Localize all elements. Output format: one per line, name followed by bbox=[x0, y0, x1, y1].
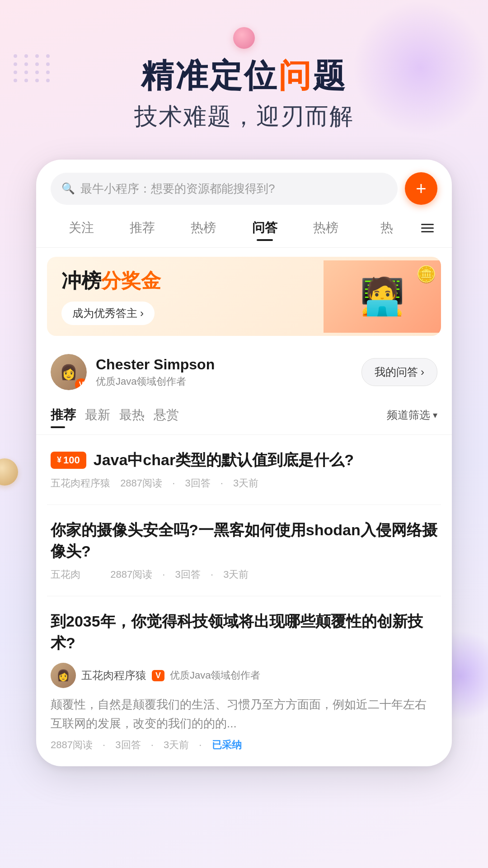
question-time: 3天前 bbox=[164, 739, 189, 750]
filter-tab-recommend[interactable]: 推荐 bbox=[51, 403, 85, 427]
author-avatar-small: 👩 bbox=[51, 663, 76, 688]
author-verified-badge: V bbox=[152, 670, 164, 681]
question-answers: 3回答 bbox=[115, 739, 141, 750]
question-title: 到2035年，你觉得科技领域将出现哪些颠覆性的创新技术? bbox=[51, 611, 437, 654]
hero-section: 精准定位问题 技术难题，迎刃而解 bbox=[0, 0, 488, 151]
add-button[interactable]: + bbox=[405, 172, 437, 205]
hero-ball bbox=[233, 27, 255, 49]
question-preview: 颠覆性，自然是颠覆我们的生活、习惯乃至方方面面，例如近二十年左右互联网的发展，改… bbox=[51, 695, 437, 733]
filter-tab-latest[interactable]: 最新 bbox=[85, 403, 119, 427]
tab-recommend[interactable]: 推荐 bbox=[112, 216, 173, 240]
question-time: 3天前 bbox=[233, 477, 258, 489]
question-meta: 2887阅读 · 3回答 · 3天前 · 已采纳 bbox=[51, 738, 437, 752]
tab-qa[interactable]: 问答 bbox=[234, 216, 295, 240]
banner: 冲榜分奖金 成为优秀答主 › 🧑‍💻 🪙 bbox=[47, 257, 441, 336]
search-icon: 🔍 bbox=[61, 182, 75, 195]
cartoon-character: 🧑‍💻 bbox=[360, 275, 405, 318]
hero-title-part1: 精准定位 bbox=[141, 57, 278, 94]
banner-button-label: 成为优秀答主 bbox=[72, 306, 137, 321]
question-item[interactable]: 到2035年，你觉得科技领域将出现哪些颠覆性的创新技术? 👩 五花肉程序猿 V … bbox=[47, 596, 441, 766]
banner-arrow-icon: › bbox=[140, 307, 144, 320]
search-placeholder: 最牛小程序：想要的资源都能搜得到? bbox=[80, 181, 275, 197]
question-reads: 2887阅读 bbox=[51, 739, 93, 750]
phone-content: 🔍 最牛小程序：想要的资源都能搜得到? + 关注 推荐 热榜 问答 热榜 热 bbox=[36, 160, 452, 766]
question-answers: 3回答 bbox=[185, 477, 210, 489]
question-title: Java中char类型的默认值到底是什么? bbox=[94, 449, 354, 471]
v-icon: V bbox=[79, 381, 84, 389]
question-time: 3天前 bbox=[223, 569, 249, 580]
question-header: ¥ 100 Java中char类型的默认值到底是什么? bbox=[51, 449, 437, 471]
question-meta: 五花肉程序猿 2887阅读 · 3回答 · 3天前 bbox=[51, 476, 437, 490]
search-bar-row: 🔍 最牛小程序：想要的资源都能搜得到? + bbox=[36, 160, 452, 212]
dot-decoration bbox=[14, 54, 52, 82]
tab-follow[interactable]: 关注 bbox=[51, 216, 112, 240]
phone-frame: 🔍 最牛小程序：想要的资源都能搜得到? + 关注 推荐 热榜 问答 热榜 热 bbox=[36, 160, 452, 766]
hero-title: 精准定位问题 bbox=[18, 58, 470, 94]
filter-tab-hottest[interactable]: 最热 bbox=[119, 403, 154, 427]
avatar-verified-badge: V bbox=[75, 378, 87, 390]
plus-icon: + bbox=[416, 179, 426, 198]
author-tag: 优质Java领域创作者 bbox=[170, 669, 260, 682]
banner-title-accent: 分奖金 bbox=[101, 269, 161, 292]
phone-wrapper: 🔍 最牛小程序：想要的资源都能搜得到? + 关注 推荐 热榜 问答 热榜 热 bbox=[0, 151, 488, 766]
question-list: ¥ 100 Java中char类型的默认值到底是什么? 五花肉程序猿 2887阅… bbox=[36, 435, 452, 766]
question-reads: 2887阅读 bbox=[120, 477, 162, 489]
reward-amount: 100 bbox=[63, 454, 80, 466]
my-answers-button[interactable]: 我的问答 › bbox=[361, 358, 437, 386]
question-meta: 五花肉 2887阅读 · 3回答 · 3天前 bbox=[51, 568, 437, 581]
banner-left: 冲榜分奖金 成为优秀答主 › bbox=[47, 257, 324, 336]
banner-title: 冲榜分奖金 bbox=[61, 268, 314, 294]
question-author: 五花肉 bbox=[51, 569, 80, 580]
hero-subtitle: 技术难题，迎刃而解 bbox=[18, 101, 470, 132]
nav-menu-icon[interactable] bbox=[418, 220, 437, 236]
search-input-wrap[interactable]: 🔍 最牛小程序：想要的资源都能搜得到? bbox=[51, 173, 398, 205]
user-info: Chester Simpson 优质Java领域创作者 bbox=[96, 356, 352, 388]
question-reads: 2887阅读 bbox=[110, 569, 152, 580]
user-name: Chester Simpson bbox=[96, 356, 352, 373]
my-answers-arrow-icon: › bbox=[421, 366, 424, 378]
filter-dropdown-icon: ▾ bbox=[433, 410, 437, 420]
reward-badge: ¥ 100 bbox=[51, 452, 86, 469]
author-row: 👩 五花肉程序猿 V 优质Java领域创作者 bbox=[51, 663, 437, 688]
question-title: 你家的摄像头安全吗?一黑客如何使用shodan入侵网络摄像头? bbox=[51, 519, 437, 562]
question-answers: 3回答 bbox=[175, 569, 201, 580]
tab-hot1[interactable]: 热榜 bbox=[173, 216, 234, 240]
banner-coins: 🪙 bbox=[416, 265, 436, 284]
yuan-icon: ¥ bbox=[57, 455, 61, 465]
tab-more[interactable]: 热 bbox=[357, 216, 418, 240]
tab-hot2[interactable]: 热榜 bbox=[295, 216, 356, 240]
filter-tabs: 推荐 最新 最热 悬赏 频道筛选 ▾ bbox=[36, 399, 452, 435]
hero-title-accent: 问 bbox=[278, 57, 313, 94]
user-avatar: 👩 V bbox=[51, 354, 87, 390]
question-item[interactable]: 你家的摄像头安全吗?一黑客如何使用shodan入侵网络摄像头? 五花肉 2887… bbox=[47, 505, 441, 596]
banner-title-part1: 冲榜 bbox=[61, 269, 101, 292]
channel-filter-label: 频道筛选 bbox=[387, 408, 430, 422]
channel-filter-button[interactable]: 频道筛选 ▾ bbox=[387, 408, 437, 422]
become-answerer-button[interactable]: 成为优秀答主 › bbox=[61, 302, 155, 325]
user-title-badge: 优质Java领域创作者 bbox=[96, 375, 352, 388]
my-answers-label: 我的问答 bbox=[375, 365, 418, 379]
filter-tab-reward[interactable]: 悬赏 bbox=[154, 403, 188, 427]
question-author: 五花肉程序猿 bbox=[51, 477, 110, 489]
user-row: 👩 V Chester Simpson 优质Java领域创作者 我的问答 › bbox=[36, 345, 452, 399]
adopted-tag: 已采纳 bbox=[212, 739, 242, 750]
banner-illustration: 🧑‍💻 🪙 bbox=[324, 260, 441, 333]
nav-tabs: 关注 推荐 热榜 问答 热榜 热 bbox=[36, 212, 452, 248]
hero-title-part2: 题 bbox=[313, 57, 347, 94]
author-name-small: 五花肉程序猿 bbox=[81, 668, 146, 683]
question-item[interactable]: ¥ 100 Java中char类型的默认值到底是什么? 五花肉程序猿 2887阅… bbox=[47, 435, 441, 505]
pearl-decoration bbox=[0, 458, 18, 486]
